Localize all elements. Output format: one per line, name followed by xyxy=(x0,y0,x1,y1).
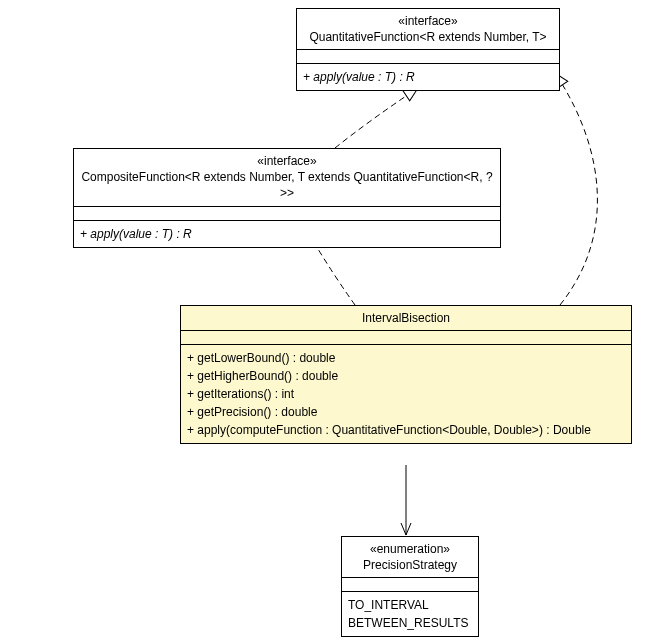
class-header: IntervalBisection xyxy=(181,306,631,331)
attributes-compartment xyxy=(342,578,478,592)
class-composite-function: «interface» CompositeFunction<R extends … xyxy=(73,148,501,248)
class-header: «interface» QuantitativeFunction<R exten… xyxy=(297,9,559,50)
stereotype-label: «enumeration» xyxy=(348,541,472,557)
class-name: PrecisionStrategy xyxy=(348,557,472,573)
enum-literal: TO_INTERVAL xyxy=(348,596,472,614)
attributes-compartment xyxy=(74,207,500,221)
class-interval-bisection: IntervalBisection + getLowerBound() : do… xyxy=(180,305,632,444)
attributes-compartment xyxy=(181,331,631,345)
class-name: IntervalBisection xyxy=(187,310,625,326)
operations-compartment: + apply(value : T) : R xyxy=(74,221,500,247)
attributes-compartment xyxy=(297,50,559,64)
class-precision-strategy: «enumeration» PrecisionStrategy TO_INTER… xyxy=(341,536,479,637)
class-name: CompositeFunction<R extends Number, T ex… xyxy=(80,169,494,201)
operation: + apply(value : T) : R xyxy=(303,68,553,86)
operations-compartment: + getLowerBound() : double + getHigherBo… xyxy=(181,345,631,443)
operation: + getPrecision() : double xyxy=(187,403,625,421)
operation: + getIterations() : int xyxy=(187,385,625,403)
edge-interval-to-quantitative xyxy=(555,73,597,305)
edge-composite-to-quantitative xyxy=(335,88,418,148)
class-quantitative-function: «interface» QuantitativeFunction<R exten… xyxy=(296,8,560,91)
stereotype-label: «interface» xyxy=(80,153,494,169)
operation: + apply(value : T) : R xyxy=(80,225,494,243)
operation: + getLowerBound() : double xyxy=(187,349,625,367)
operation: + getHigherBound() : double xyxy=(187,367,625,385)
class-header: «interface» CompositeFunction<R extends … xyxy=(74,149,500,207)
literals-compartment: TO_INTERVAL BETWEEN_RESULTS xyxy=(342,592,478,636)
class-name: QuantitativeFunction<R extends Number, T… xyxy=(303,29,553,45)
stereotype-label: «interface» xyxy=(303,13,553,29)
operations-compartment: + apply(value : T) : R xyxy=(297,64,559,90)
class-header: «enumeration» PrecisionStrategy xyxy=(342,537,478,578)
operation: + apply(computeFunction : QuantitativeFu… xyxy=(187,421,625,439)
enum-literal: BETWEEN_RESULTS xyxy=(348,614,472,632)
uml-diagram: «interface» QuantitativeFunction<R exten… xyxy=(0,0,645,640)
